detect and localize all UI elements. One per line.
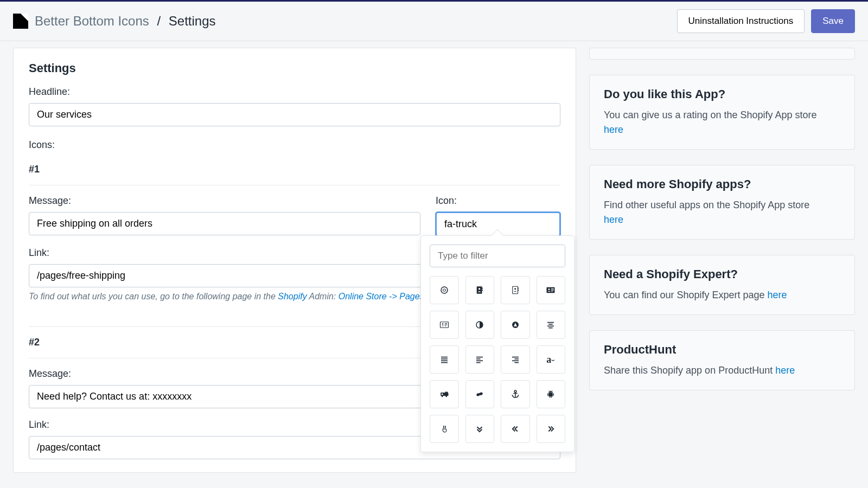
svg-rect-17 (445, 324, 448, 325)
svg-rect-1 (477, 286, 482, 294)
icon-picker-popover: a⌣ (420, 235, 575, 452)
header: Better Bottom Icons / Settings Uninstall… (0, 2, 868, 41)
svg-rect-35 (512, 361, 519, 362)
icon-option-500px[interactable] (430, 276, 459, 304)
breadcrumb-current: Settings (169, 14, 216, 28)
svg-point-38 (445, 395, 447, 397)
settings-card: Settings Headline: Icons: #1 Message: Ic… (13, 48, 576, 473)
icons-label: Icons: (29, 139, 560, 151)
online-store-pages-link[interactable]: Online Store -> Pages (339, 292, 424, 301)
sidebar-title: ProductHunt (604, 343, 840, 357)
icon-option-adjust[interactable] (465, 311, 495, 339)
svg-rect-24 (549, 328, 553, 329)
svg-rect-26 (441, 358, 448, 359)
icon-option-angellist[interactable] (430, 415, 459, 443)
icon-option-angle-double-down[interactable] (465, 415, 495, 443)
sidebar-text: You can find our Shopify Expert page (604, 290, 768, 300)
uninstall-button[interactable]: Uninstallation Instructions (677, 9, 805, 33)
svg-rect-7 (518, 288, 519, 289)
icon-option-address-card-o[interactable] (430, 311, 459, 339)
headline-input[interactable] (29, 103, 560, 126)
svg-rect-27 (441, 361, 448, 362)
sidebar-card-rating: Do you like this App? You can give us a … (589, 75, 855, 150)
svg-rect-33 (512, 357, 519, 358)
producthunt-link[interactable]: here (775, 365, 795, 376)
icon-option-align-center[interactable] (537, 311, 566, 339)
svg-line-50 (552, 390, 552, 391)
sidebar-card-producthunt: ProductHunt Share this Shopify app on Pr… (589, 330, 855, 390)
svg-rect-46 (553, 394, 554, 396)
svg-rect-4 (482, 290, 483, 291)
svg-rect-34 (514, 358, 519, 359)
sidebar-title: Need more Shopify apps? (604, 177, 840, 191)
icon-option-angle-double-left[interactable] (501, 415, 530, 443)
svg-point-41 (514, 390, 516, 393)
divider (29, 185, 560, 185)
svg-rect-45 (547, 394, 548, 396)
page-title: Settings (29, 61, 560, 75)
svg-rect-13 (551, 291, 553, 292)
svg-rect-36 (514, 362, 519, 363)
sidebar-title: Do you like this App? (604, 87, 840, 101)
sidebar-card-expert: Need a Shopify Expert? You can find our … (589, 255, 855, 315)
message-input-1[interactable] (29, 212, 420, 235)
icon-option-android[interactable] (537, 380, 566, 408)
icon-option-address-card[interactable] (537, 276, 566, 304)
svg-rect-11 (551, 288, 554, 289)
icon-option-amazon[interactable]: a⌣ (537, 345, 566, 374)
svg-rect-18 (445, 326, 446, 326)
more-apps-link[interactable]: here (604, 214, 623, 225)
sidebar-text: Find other useful apps on the Shopify Ap… (604, 200, 809, 210)
sidebar-card-partial (589, 48, 855, 60)
icon-filter-input[interactable] (430, 245, 565, 267)
sidebar-text: You can give us a rating on the Shopify … (604, 110, 817, 120)
section-1-heading: #1 (29, 164, 560, 175)
svg-line-49 (549, 390, 550, 391)
rating-link[interactable]: here (604, 124, 623, 135)
sidebar-card-more-apps: Need more Shopify apps? Find other usefu… (589, 165, 855, 240)
icon-option-asl-interpreting[interactable] (465, 380, 495, 408)
svg-rect-21 (547, 322, 554, 323)
icon-option-align-right[interactable] (501, 345, 530, 374)
svg-rect-48 (551, 397, 552, 398)
svg-rect-40 (442, 394, 443, 395)
svg-rect-23 (547, 326, 554, 327)
icon-option-anchor[interactable] (501, 380, 530, 408)
svg-rect-47 (550, 397, 551, 398)
icon-option-address-book-o[interactable] (501, 276, 530, 304)
svg-rect-31 (476, 361, 483, 362)
svg-rect-29 (476, 357, 483, 358)
svg-point-2 (478, 288, 480, 290)
breadcrumb-app[interactable]: Better Bottom Icons (35, 14, 149, 28)
svg-rect-32 (476, 362, 481, 363)
message-label-1: Message: (29, 195, 420, 207)
svg-rect-8 (518, 290, 519, 291)
icon-option-align-left[interactable] (465, 345, 495, 374)
icon-option-address-book[interactable] (465, 276, 495, 304)
headline-label: Headline: (29, 86, 560, 98)
save-button[interactable]: Save (811, 9, 855, 33)
svg-rect-44 (549, 393, 553, 397)
svg-rect-3 (482, 288, 483, 289)
svg-rect-25 (441, 357, 448, 358)
svg-rect-16 (445, 323, 448, 324)
svg-point-6 (514, 288, 516, 290)
svg-rect-30 (476, 358, 481, 359)
svg-point-37 (442, 395, 443, 397)
breadcrumb: Better Bottom Icons / Settings (35, 14, 216, 29)
svg-rect-22 (549, 324, 553, 325)
app-logo-icon (13, 14, 28, 29)
expert-link[interactable]: here (768, 290, 787, 300)
sidebar-title: Need a Shopify Expert? (604, 267, 840, 281)
icon-label-1: Icon: (436, 195, 560, 207)
svg-rect-28 (441, 362, 448, 363)
icon-option-adn[interactable] (501, 311, 530, 339)
svg-rect-12 (551, 290, 554, 290)
icon-option-angle-double-right[interactable] (537, 415, 566, 443)
sidebar-text: Share this Shopify app on ProductHunt (604, 365, 775, 376)
svg-rect-5 (513, 286, 518, 294)
svg-point-15 (442, 323, 443, 325)
icon-option-ambulance[interactable] (430, 380, 459, 408)
shopify-link[interactable]: Shopify (278, 292, 307, 301)
icon-option-align-justify[interactable] (430, 345, 459, 374)
